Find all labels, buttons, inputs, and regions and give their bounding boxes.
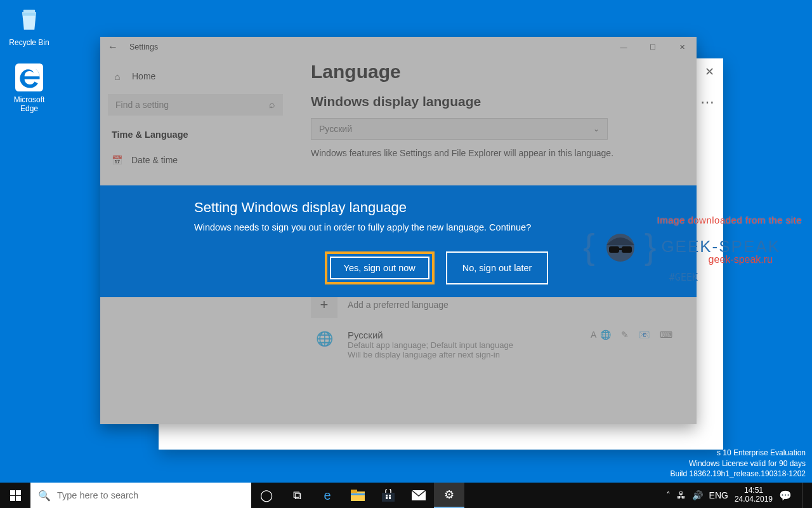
background-window-close-icon[interactable]: ✕ xyxy=(705,65,714,79)
window-title: Settings xyxy=(129,43,158,51)
taskbar-search[interactable]: 🔍 xyxy=(30,483,251,508)
sidebar-item-label: Date & time xyxy=(131,155,178,165)
svg-rect-0 xyxy=(23,10,35,13)
back-button[interactable]: ← xyxy=(108,41,126,53)
windows-evaluation-watermark: s 10 Enterprise Evaluation Windows Licen… xyxy=(670,448,806,479)
language-sub1: Default app language; Default input lang… xyxy=(348,340,513,350)
sidebar-category: Time & Language xyxy=(100,123,291,146)
calendar-icon: 📅 xyxy=(112,155,122,165)
recycle-bin-icon xyxy=(14,5,44,36)
tray-chevron-up-icon[interactable]: ˄ xyxy=(666,490,671,500)
tray-clock[interactable]: 14:51 24.04.2019 xyxy=(735,486,773,504)
desktop-icon-recycle-bin[interactable]: Recycle Bin xyxy=(5,5,53,47)
sidebar-search-input[interactable] xyxy=(115,100,269,110)
dropdown-value: Русский xyxy=(319,124,352,134)
sidebar-home[interactable]: ⌂ Home xyxy=(100,62,291,90)
sidebar-search[interactable]: ⌕ xyxy=(108,94,283,116)
svg-rect-10 xyxy=(351,491,365,501)
desktop-icon-label: Recycle Bin xyxy=(5,38,53,47)
watermark-hashtag: #GEEK xyxy=(669,272,698,283)
search-icon: ⌕ xyxy=(269,99,275,110)
tray-language[interactable]: ENG xyxy=(709,490,728,500)
language-globe-icon: 🌐 xyxy=(311,330,337,347)
svg-rect-8 xyxy=(10,496,15,501)
system-tray: ˄ 🖧 🔊 ENG 14:51 24.04.2019 💬 xyxy=(660,483,812,508)
tray-network-icon[interactable]: 🖧 xyxy=(677,490,686,500)
edge-icon xyxy=(14,62,44,93)
start-button[interactable] xyxy=(0,483,30,508)
sidebar-item-date-time[interactable]: 📅 Date & time xyxy=(100,146,291,174)
background-window-more-icon[interactable]: ⋯ xyxy=(700,94,714,110)
search-icon: 🔍 xyxy=(38,490,51,502)
taskbar-settings-icon[interactable]: ⚙ xyxy=(434,483,464,508)
add-language-label: Add a preferred language xyxy=(348,300,449,310)
page-heading: Language xyxy=(311,61,676,83)
modal-title: Setting Windows display language xyxy=(194,199,679,216)
language-sub2: Will be display language after next sign… xyxy=(348,350,513,359)
home-icon: ⌂ xyxy=(112,71,123,82)
svg-rect-11 xyxy=(351,490,357,493)
taskbar-mail-icon[interactable] xyxy=(403,483,434,508)
modal-yes-highlight: Yes, sign out now xyxy=(325,251,435,284)
svg-rect-6 xyxy=(10,490,15,495)
taskbar-taskview-icon[interactable]: ⧉ xyxy=(282,483,312,508)
chevron-down-icon: ⌄ xyxy=(593,124,599,133)
desktop-icon-label: Microsoft Edge xyxy=(5,95,53,113)
close-button[interactable]: ✕ xyxy=(667,37,697,57)
taskbar-edge-icon[interactable]: e xyxy=(312,483,343,508)
display-language-description: Windows features like Settings and File … xyxy=(311,147,666,159)
svg-rect-3 xyxy=(609,246,619,253)
svg-rect-12 xyxy=(351,493,365,495)
language-row[interactable]: 🌐 Русский Default app language; Default … xyxy=(311,330,676,359)
sidebar-home-label: Home xyxy=(132,71,155,81)
svg-rect-13 xyxy=(382,493,395,502)
minimize-button[interactable]: — xyxy=(609,37,638,57)
svg-rect-15 xyxy=(389,495,391,497)
watermark-logo-text: GEEK-SPEAK xyxy=(661,237,780,257)
show-desktop-button[interactable] xyxy=(802,483,806,508)
svg-rect-14 xyxy=(386,495,388,497)
geek-face-icon xyxy=(600,226,641,267)
svg-rect-5 xyxy=(619,248,622,250)
tray-action-center-icon[interactable]: 💬 xyxy=(779,490,792,502)
svg-rect-7 xyxy=(16,490,21,495)
desktop-icon-edge[interactable]: Microsoft Edge xyxy=(5,62,53,113)
maximize-button[interactable]: ☐ xyxy=(638,37,667,57)
svg-rect-9 xyxy=(16,496,21,501)
watermark-url: geek-speak.ru xyxy=(709,254,773,265)
windows-logo-icon xyxy=(10,490,21,501)
svg-rect-4 xyxy=(622,246,632,253)
taskbar-cortana-icon[interactable]: ◯ xyxy=(251,483,282,508)
watermark-caption: Image downloaded from the site xyxy=(657,215,802,225)
taskbar-explorer-icon[interactable] xyxy=(343,483,373,508)
svg-rect-17 xyxy=(389,497,391,499)
titlebar: ← Settings — ☐ ✕ xyxy=(100,37,697,57)
svg-rect-16 xyxy=(386,497,388,499)
language-feature-icons: A🌐 ✎ 📧 ⌨ xyxy=(591,330,676,340)
taskbar: 🔍 ◯ ⧉ e ⚙ ˄ 🖧 🔊 ENG 14:51 24.04.2019 💬 xyxy=(0,483,812,508)
modal-no-button[interactable]: No, sign out later xyxy=(446,251,549,284)
language-name: Русский xyxy=(348,330,513,340)
taskbar-store-icon[interactable] xyxy=(373,483,403,508)
display-language-dropdown[interactable]: Русский ⌄ xyxy=(311,118,608,140)
taskbar-search-input[interactable] xyxy=(57,490,244,500)
modal-yes-button[interactable]: Yes, sign out now xyxy=(330,257,429,279)
section-heading-display-language: Windows display language xyxy=(311,94,676,109)
tray-volume-icon[interactable]: 🔊 xyxy=(692,490,703,500)
